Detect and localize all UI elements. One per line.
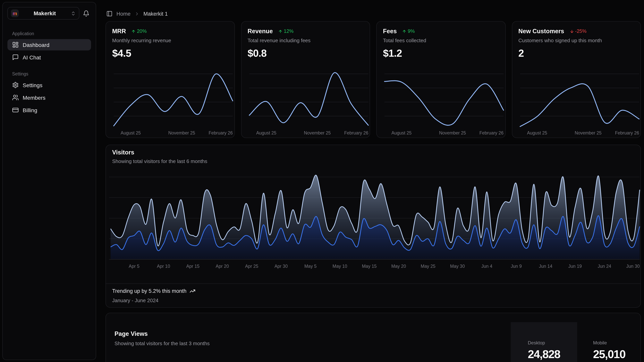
breadcrumb: Home Makerkit 1 — [106, 11, 168, 17]
svg-text:May 30: May 30 — [450, 264, 465, 269]
sparkline-chart: August 25November 25February 26 — [241, 60, 370, 138]
sidebar-item-label: Dashboard — [23, 42, 50, 48]
visitors-area-chart: Apr 5Apr 10Apr 15Apr 20Apr 25Apr 30May 5… — [106, 156, 641, 273]
bell-icon — [83, 10, 89, 17]
svg-text:May 5: May 5 — [304, 264, 317, 269]
sidebar-item-members[interactable]: Members — [8, 92, 91, 103]
svg-text:May 15: May 15 — [362, 264, 376, 269]
trend-arrow-icon — [132, 29, 136, 34]
stat-cards-row: MRR 20% Monthly recurring revenue $4.5 A… — [106, 21, 641, 138]
trend-badge-value: 12% — [284, 29, 294, 34]
trend-badge: 20% — [132, 29, 147, 34]
page-views-description: Showing total visitors for the last 3 mo… — [114, 340, 210, 346]
page-views-toggle-desktop[interactable]: Desktop 24,828 — [511, 322, 577, 362]
sidebar-item-label: Billing — [23, 107, 37, 113]
stat-card-description: Monthly recurring revenue — [112, 38, 228, 43]
panel-left-icon — [106, 11, 112, 17]
stat-card-value: $0.8 — [248, 47, 364, 60]
stat-card-header: New Customers -25% — [518, 28, 634, 35]
toggle-content: Desktop 24,828 — [528, 340, 560, 361]
stat-card-title: New Customers — [518, 28, 564, 35]
svg-text:February 26: February 26 — [480, 130, 504, 135]
svg-text:May 20: May 20 — [391, 264, 406, 269]
team-switcher[interactable]: m Makerkit — [8, 7, 79, 20]
breadcrumb-home-link[interactable]: Home — [116, 11, 130, 17]
sidebar-item-billing[interactable]: Billing — [8, 104, 91, 116]
svg-text:Apr 25: Apr 25 — [245, 264, 258, 269]
stat-card-header: Revenue 12% — [248, 28, 364, 35]
sidebar-item-ai-chat[interactable]: AI Chat — [8, 52, 91, 63]
nav-section: SettingsSettingsMembersBilling — [8, 72, 91, 116]
sidebar-header: m Makerkit — [8, 7, 91, 20]
page-views-card: Page Views Showing total visitors for th… — [106, 313, 641, 362]
svg-text:May 25: May 25 — [421, 264, 435, 269]
stat-card: New Customers -25% Customers who signed … — [512, 21, 641, 138]
nav-section-label: Settings — [8, 72, 91, 76]
nav-items: SettingsMembersBilling — [8, 79, 91, 116]
trend-badge: 9% — [402, 29, 415, 34]
settings-icon — [12, 82, 19, 88]
toggle-label: Mobile — [593, 340, 607, 345]
svg-text:February 26: February 26 — [615, 130, 639, 135]
svg-text:August 25: August 25 — [391, 130, 412, 135]
trend-badge-value: 9% — [408, 29, 415, 34]
sidebar: m Makerkit ApplicationDashboardAI ChatSe… — [2, 2, 96, 360]
arrow-up-icon — [402, 29, 406, 34]
trend-badge-value: 20% — [137, 29, 147, 34]
visitors-title: Visitors — [112, 149, 134, 156]
trending-up-icon — [190, 288, 196, 294]
sidebar-item-dashboard[interactable]: Dashboard — [8, 39, 91, 51]
svg-text:February 26: February 26 — [344, 130, 368, 135]
stat-card-value: $1.2 — [383, 47, 499, 60]
svg-text:Apr 20: Apr 20 — [216, 264, 229, 269]
trend-badge: -25% — [570, 29, 586, 34]
page-views-toggles: Desktop 24,828 Mobile 25,010 — [511, 322, 641, 362]
toggle-content: Mobile 25,010 — [593, 340, 625, 361]
divider — [106, 283, 640, 284]
users-icon — [12, 94, 19, 101]
sidebar-item-label: Settings — [23, 82, 42, 88]
stat-card-title: Revenue — [248, 28, 273, 35]
svg-text:Apr 5: Apr 5 — [129, 264, 140, 269]
stat-card-description: Customers who signed up this month — [518, 38, 634, 43]
svg-text:Apr 10: Apr 10 — [157, 264, 170, 269]
sparkline-chart: August 25November 25February 26 — [377, 60, 505, 138]
chevron-right-icon — [134, 11, 140, 16]
arrow-down-icon — [570, 29, 574, 34]
sparkline-chart: August 25November 25February 26 — [512, 60, 640, 138]
visitors-footer-range: January - June 2024 — [112, 297, 158, 303]
notifications-button[interactable] — [81, 8, 91, 18]
svg-text:August 25: August 25 — [256, 130, 276, 135]
page-views-toggle-mobile[interactable]: Mobile 25,010 — [577, 322, 641, 362]
nav-section: ApplicationDashboardAI Chat — [8, 31, 91, 63]
toggle-value: 24,828 — [528, 348, 560, 361]
svg-text:Apr 15: Apr 15 — [186, 264, 200, 269]
visitors-footer-text: Trending up by 5.2% this month — [112, 288, 186, 294]
arrow-up-icon — [132, 29, 136, 34]
svg-text:August 25: August 25 — [527, 130, 547, 135]
sidebar-item-label: AI Chat — [23, 54, 41, 60]
svg-text:Apr 30: Apr 30 — [274, 264, 288, 269]
toggle-label: Desktop — [528, 340, 545, 345]
sparkline-chart: August 25November 25February 26 — [106, 60, 234, 138]
stat-card-value: $4.5 — [112, 47, 228, 60]
svg-text:November 25: November 25 — [439, 130, 466, 135]
visitors-footer-trend: Trending up by 5.2% this month — [112, 288, 196, 294]
svg-text:Jun 19: Jun 19 — [568, 264, 582, 269]
sidebar-item-label: Members — [23, 94, 46, 101]
credit-card-icon — [12, 107, 19, 113]
trend-arrow-icon — [570, 29, 574, 34]
stat-card: Revenue 12% Total revenue including fees… — [241, 21, 370, 138]
sidebar-item-settings[interactable]: Settings — [8, 79, 91, 91]
svg-text:May 10: May 10 — [332, 264, 347, 269]
svg-text:August 25: August 25 — [120, 130, 141, 135]
svg-text:November 25: November 25 — [574, 130, 601, 135]
nav-section-label: Application — [8, 31, 91, 36]
svg-text:Jun 4: Jun 4 — [482, 264, 492, 269]
svg-text:February 26: February 26 — [209, 130, 233, 135]
svg-text:Jun 30: Jun 30 — [626, 264, 640, 269]
stat-card-description: Total revenue including fees — [248, 38, 364, 43]
sidebar-toggle-button[interactable] — [106, 11, 112, 17]
svg-text:Jun 14: Jun 14 — [539, 264, 552, 269]
svg-text:November 25: November 25 — [168, 130, 195, 135]
